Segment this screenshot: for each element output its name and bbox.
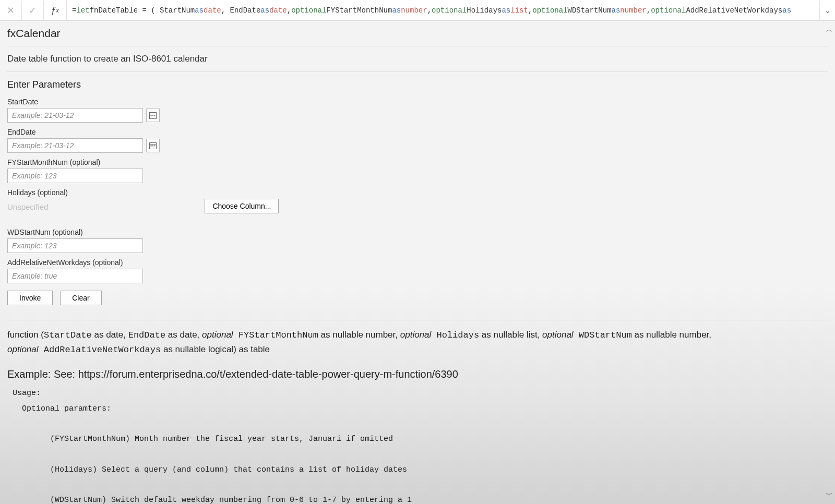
sig-text: as nullable logical) as table — [161, 344, 270, 354]
enddate-input[interactable] — [7, 138, 143, 153]
sig-text: EndDate — [128, 330, 165, 340]
holidays-unspecified-text: Unspecified — [7, 202, 48, 211]
sig-text: optional — [7, 344, 39, 354]
formula-text: optional — [432, 6, 467, 15]
formula-text: , — [427, 6, 432, 15]
svg-rect-7 — [151, 146, 152, 147]
clear-button[interactable]: Clear — [60, 291, 101, 305]
svg-rect-4 — [154, 115, 156, 116]
formula-text: , EndDate — [221, 6, 261, 15]
function-editor-panel: ︿ ﹀ fxCalendar Date table function to cr… — [0, 21, 835, 504]
formula-text: , — [528, 6, 532, 15]
action-row: Invoke Clear — [7, 291, 828, 305]
sig-text: WDStartNum — [574, 330, 632, 340]
svg-rect-9 — [154, 146, 156, 147]
param-label: AddRelativeNetWorkdays (optional) — [7, 258, 828, 267]
formula-text: AddRelativeNetWorkdays — [686, 6, 782, 15]
sig-text: function ( — [7, 330, 44, 340]
function-title: fxCalendar — [7, 27, 828, 40]
formula-expand-button[interactable]: ⌄ — [819, 1, 835, 20]
formula-text: FYStartMonthNum — [326, 6, 392, 15]
sig-text: AddRelativeNetWorkdays — [39, 345, 161, 355]
sig-text: as nullable list, — [479, 330, 542, 340]
formula-text: as — [392, 6, 401, 15]
formula-confirm-button[interactable]: ✓ — [22, 1, 44, 20]
formula-text: , — [647, 6, 651, 15]
svg-rect-8 — [152, 146, 153, 147]
divider — [7, 71, 828, 72]
formula-cancel-button[interactable]: ✕ — [0, 1, 22, 20]
fx-icon: ƒx — [44, 1, 67, 20]
check-icon: ✓ — [29, 5, 37, 16]
formula-text: number — [401, 6, 427, 15]
sig-text: optional — [542, 330, 574, 340]
formula-text: number — [620, 6, 646, 15]
sig-text: as nullable number, — [632, 330, 711, 340]
function-description: Date table function to create an ISO-860… — [7, 54, 828, 64]
formula-text: as — [612, 6, 621, 15]
formula-text: let — [76, 6, 89, 15]
svg-rect-3 — [152, 115, 153, 116]
usage-text: Usage: Optional paramters: (FYStartMonth… — [13, 386, 828, 504]
sig-text: Holidays — [431, 330, 479, 340]
formula-text: as — [502, 6, 510, 15]
enddate-calendar-button[interactable] — [146, 139, 160, 152]
formula-text: = — [72, 6, 76, 15]
parameters-heading: Enter Parameters — [7, 79, 828, 90]
param-addrelativenetworkdays: AddRelativeNetWorkdays (optional) — [7, 258, 828, 283]
example-heading: Example: See: https://forum.enterprisedn… — [7, 368, 828, 380]
sig-text: optional — [400, 330, 432, 340]
sig-text: StartDate — [44, 330, 92, 340]
param-label: StartDate — [7, 98, 828, 106]
formula-text: optional — [291, 6, 326, 15]
param-holidays: Holidays (optional) Unspecified Choose C… — [7, 188, 828, 213]
x-icon: ✕ — [7, 5, 15, 16]
startdate-input[interactable] — [7, 108, 143, 123]
param-label: WDStartNum (optional) — [7, 228, 828, 236]
param-enddate: EndDate — [7, 128, 828, 153]
formula-text: as — [260, 6, 269, 15]
formula-text: as — [195, 6, 204, 15]
param-label: EndDate — [7, 128, 828, 136]
formula-text: Holidays — [467, 6, 502, 15]
param-fystartmonthnum: FYStartMonthNum (optional) — [7, 158, 828, 183]
calendar-icon — [149, 141, 157, 150]
addrelativenetworkdays-input[interactable] — [7, 269, 143, 283]
sig-text: FYStartMonthNum — [233, 330, 318, 340]
formula-text: as — [782, 6, 791, 15]
divider — [7, 320, 828, 320]
choose-column-button[interactable]: Choose Column... — [205, 199, 279, 213]
formula-text: optional — [532, 6, 567, 15]
param-wdstartnum: WDStartNum (optional) — [7, 228, 828, 253]
formula-bar: ✕ ✓ ƒx = let fnDateTable = ( StartNum as… — [0, 0, 835, 21]
function-signature: function (StartDate as date, EndDate as … — [7, 328, 828, 357]
formula-text: optional — [651, 6, 686, 15]
param-label: Holidays (optional) — [7, 188, 828, 197]
formula-text: date — [204, 6, 221, 15]
sig-text: optional — [202, 330, 233, 340]
sig-text: as date, — [165, 330, 202, 340]
chevron-down-icon: ⌄ — [825, 6, 831, 15]
invoke-button[interactable]: Invoke — [7, 291, 53, 305]
sig-text: as nullable number, — [318, 330, 400, 340]
sig-text: as date, — [92, 330, 128, 340]
param-startdate: StartDate — [7, 98, 828, 123]
formula-input[interactable]: = let fnDateTable = ( StartNum as date ,… — [67, 1, 819, 20]
calendar-icon — [149, 111, 157, 119]
svg-rect-2 — [151, 115, 152, 116]
scroll-down-button[interactable]: ﹀ — [826, 490, 833, 500]
formula-text: date — [269, 6, 287, 15]
fystartmonthnum-input[interactable] — [7, 169, 143, 183]
startdate-calendar-button[interactable] — [146, 109, 160, 122]
formula-text: list — [510, 6, 528, 15]
formula-text: WDStartNum — [568, 6, 612, 15]
formula-text: fnDateTable = ( StartNum — [90, 6, 195, 15]
param-label: FYStartMonthNum (optional) — [7, 158, 828, 166]
formula-text: , — [287, 6, 291, 15]
wdstartnum-input[interactable] — [7, 238, 143, 253]
divider — [7, 46, 828, 46]
scroll-up-button[interactable]: ︿ — [826, 25, 833, 34]
